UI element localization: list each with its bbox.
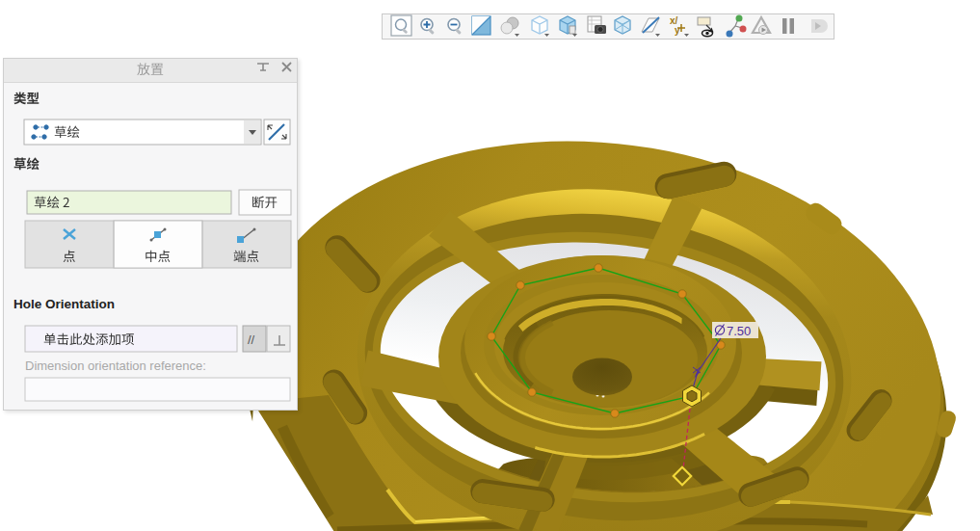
svg-text:7.50: 7.50 [727,324,751,338]
